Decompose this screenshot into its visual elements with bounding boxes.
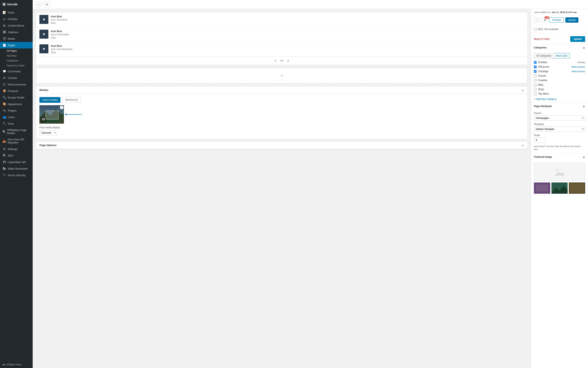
sidebar-item-slider-revolution[interactable]: 🎠 Slider Revolution — [0, 165, 33, 172]
page-attributes-section: Page Attributes ▲ Parent Homepages Templ… — [531, 103, 588, 153]
sidebar-nav: 📝 Posts 🗂 Portfolio ⊞ Content Block 🖼 Ga… — [0, 9, 33, 178]
preview-button[interactable]: Preview — [550, 17, 564, 23]
sidebar-item-label: Users — [8, 116, 15, 119]
cat-make-primary-onepage[interactable]: Make primary — [571, 70, 585, 73]
sidebar-item-label: Plugins — [8, 109, 17, 112]
sidebar-item-products[interactable]: 📦 Products — [0, 88, 33, 94]
page-attributes-header[interactable]: Page Attributes ▲ — [531, 103, 588, 110]
main-content: + ⊟ ★ Icon Box Icon: fa fa-flickr Text: — [33, 0, 588, 368]
sidebar-item-content-block[interactable]: ⊞ Content Block — [0, 22, 33, 29]
cat-label-shop[interactable]: Shop — [538, 88, 585, 91]
category-tabs: All Categories Most Used — [534, 53, 585, 58]
cat-item-creative: Creative — [534, 78, 585, 83]
rp-toolbar: ⛶ ⚙ 253 Preview Update — [531, 16, 588, 25]
sidebar-item-media[interactable]: 🎬 Media — [0, 35, 33, 42]
cat-checkbox-shop[interactable] — [534, 88, 536, 91]
sidebar-item-posts[interactable]: 📝 Posts — [0, 9, 33, 16]
sidebar-item-tools[interactable]: 🔨 Tools — [0, 120, 33, 127]
update-button-top[interactable]: Update — [565, 17, 579, 23]
sidebar-item-galleries[interactable]: 🖼 Galleries — [0, 29, 33, 35]
tab-all-categories[interactable]: All Categories — [534, 53, 554, 58]
sidebar-item-envato[interactable]: 🔧 Envato Toolkit — [0, 94, 33, 101]
sidebar-item-users[interactable]: 👥 Users — [0, 114, 33, 120]
sidebar-item-settings[interactable]: ⚙ Settings — [0, 146, 33, 152]
sidebar-sub-categories[interactable]: Categories — [0, 58, 33, 63]
icon-box-info-1: Icon Box Icon: fa fa-flickr Text: — [51, 15, 524, 25]
sidebar-item-woocommerce[interactable]: 🛒 WooCommerce — [0, 81, 33, 88]
media-type-icon — [42, 118, 45, 121]
sidebar-item-layerslider[interactable]: 🎞 LayerSlider WP — [0, 159, 33, 165]
cat-checkbox-blog[interactable] — [534, 83, 536, 86]
row-edit-button[interactable]: ✏ — [279, 58, 285, 63]
featured-image-title: Featured Image — [534, 156, 552, 158]
parent-select[interactable]: Homepages — [534, 115, 585, 121]
sidebar-item-allinone[interactable]: 📤 All-in-One WP Migration — [0, 136, 33, 146]
cat-checkbox-offcanvas[interactable] — [534, 65, 536, 68]
comments-icon: 💬 — [2, 70, 6, 73]
cat-label-classic[interactable]: Classic — [538, 74, 585, 77]
cat-checkbox-top-menu[interactable] — [534, 92, 536, 95]
page-options-section: Page Options ▲ — [36, 141, 527, 149]
featured-image-header[interactable]: Featured Image ▲ — [531, 153, 588, 160]
sidebar-sub-taxonomy-order[interactable]: Taxonomy Order — [0, 63, 33, 68]
cat-checkbox-classic[interactable] — [534, 74, 536, 77]
cat-label-portfolio[interactable]: Portfolio — [538, 61, 576, 64]
cat-checkbox-onepage[interactable] — [534, 70, 536, 73]
media-remove-button[interactable]: × — [60, 106, 63, 109]
add-element-button[interactable]: + — [36, 2, 42, 7]
template-select[interactable]: Default Template — [534, 127, 585, 132]
last-modified-bar: Last modified on: Jan 11, 2018 @ 9:57 am — [531, 9, 588, 16]
page-options-header[interactable]: Page Options ▲ — [36, 142, 527, 149]
wpbakery-icon: 🏗 — [2, 130, 6, 133]
collapse-menu-button[interactable]: ◀ Collapse menu — [0, 361, 33, 368]
sidebar-item-label: Appearance — [8, 102, 22, 106]
cat-make-primary-offcanvas[interactable]: Make primary — [571, 65, 585, 68]
row-add-button[interactable]: + — [273, 59, 277, 63]
sidebar-item-plugins[interactable]: 🔌 Plugins — [0, 107, 33, 114]
post-media-display-select[interactable]: Carousel Grid Slideshow — [39, 130, 57, 136]
sidebar-item-wpbakery[interactable]: 🏗 WPBakery Page Builder — [0, 127, 33, 136]
add-new-category-link[interactable]: + Add New Category — [534, 98, 556, 101]
sidebar-item-portfolio[interactable]: 🗂 Portfolio — [0, 16, 33, 22]
cat-label-onepage[interactable]: Onepage — [538, 70, 570, 73]
update-button-bottom[interactable]: Update — [570, 36, 585, 42]
post-media-display-label: Post media display — [39, 126, 524, 129]
sidebar-item-label: All-in-One WP Migration — [8, 138, 30, 144]
tab-most-used[interactable]: Most Used — [554, 53, 570, 58]
cat-item-offcanvas: Offcanvas Make primary — [534, 64, 585, 69]
sidebar-item-label: WooCommerce — [8, 83, 26, 86]
sidebar-item-seo[interactable]: 🔍 SEO — [0, 152, 33, 159]
fullscreen-button[interactable]: ⛶ — [534, 18, 540, 23]
icon-box-info-2: Icon Box Icon: fa fa-twitter Text: — [51, 30, 524, 39]
sidebar-item-label: Content Block — [8, 24, 24, 27]
arrow-indicator — [66, 114, 82, 115]
featured-image-body — [531, 160, 588, 196]
seo-status: SEO: Not available — [538, 28, 558, 31]
sidebar-item-sucuri[interactable]: 🛡 Sucuri Security — [0, 172, 33, 178]
sidebar-item-appearance[interactable]: 🎨 Appearance — [0, 101, 33, 107]
portfolio-icon: 🗂 — [2, 17, 6, 21]
move-to-trash-link[interactable]: Move to Trash — [534, 37, 549, 40]
select-medias-button[interactable]: Select medias — [39, 97, 61, 103]
seo-checkbox[interactable] — [534, 28, 536, 31]
cat-checkbox-creative[interactable] — [534, 79, 536, 82]
galleries-icon: 🖼 — [2, 30, 6, 34]
add-row-button[interactable]: + — [281, 73, 283, 78]
order-input[interactable] — [534, 138, 546, 143]
categories-header[interactable]: Categories ▲ — [531, 44, 588, 51]
sidebar-item-contact[interactable]: ✉ Contact — [0, 74, 33, 81]
cat-checkbox-portfolio[interactable] — [534, 61, 536, 64]
remove-all-button[interactable]: Remove All — [62, 97, 81, 103]
cat-label-creative[interactable]: Creative — [538, 79, 585, 82]
row-delete-button[interactable]: × — [286, 59, 290, 63]
icon-box-text-3: Text: — [51, 51, 524, 54]
grid-view-button[interactable]: ⊟ — [44, 2, 50, 7]
sidebar-sub-all-pages[interactable]: All Pages — [0, 48, 33, 53]
sidebar-item-comments[interactable]: 💬 Comments — [0, 68, 33, 74]
cat-label-top-menu[interactable]: Top Menu — [538, 92, 585, 95]
cat-label-blog[interactable]: Blog — [538, 83, 585, 86]
sidebar-sub-add-new[interactable]: Add New — [0, 53, 33, 58]
medias-section-header[interactable]: Medias ▲ — [36, 86, 527, 94]
sidebar-item-pages[interactable]: 📄 Pages — [0, 42, 33, 48]
cat-label-offcanvas[interactable]: Offcanvas — [538, 65, 570, 68]
